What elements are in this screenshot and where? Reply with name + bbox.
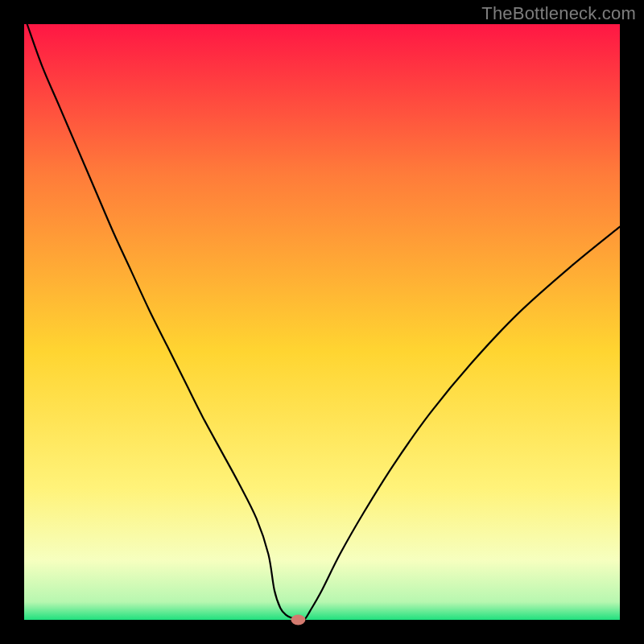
plot-area — [24, 24, 620, 620]
bottleneck-chart — [0, 0, 644, 644]
optimum-marker — [291, 615, 305, 625]
chart-frame: TheBottleneck.com — [0, 0, 644, 644]
watermark-text: TheBottleneck.com — [481, 3, 636, 24]
